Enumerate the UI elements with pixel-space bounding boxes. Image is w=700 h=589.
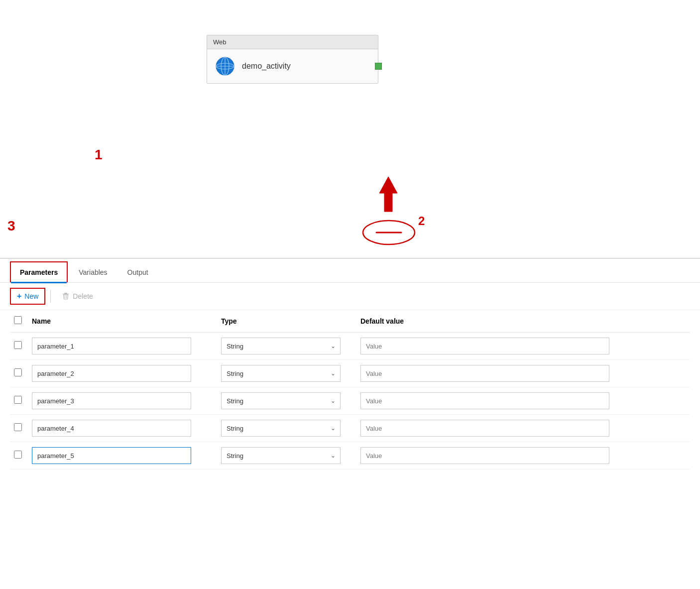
row-3-type-select[interactable]: String Int Float Bool Array Object: [221, 392, 341, 409]
toolbar-divider: [50, 290, 51, 303]
tab-output[interactable]: Output: [118, 262, 157, 282]
row-3-type-cell: String Int Float Bool Array Object ⌄: [221, 392, 360, 409]
trash-icon: [62, 292, 70, 300]
delete-button-label: Delete: [73, 292, 93, 300]
row-5-type-cell: String Int Float Bool Array Object ⌄: [221, 447, 360, 464]
plus-icon: +: [17, 292, 21, 301]
table-row: String Int Float Bool Array Object ⌄: [10, 360, 690, 387]
new-button-label: New: [24, 292, 38, 300]
table-row: String Int Float Bool Array Object ⌄: [10, 333, 690, 360]
svg-rect-8: [64, 293, 67, 294]
row-5-default-input[interactable]: [360, 447, 609, 464]
row-2-name-input[interactable]: [32, 365, 191, 382]
select-all-checkbox[interactable]: [14, 316, 22, 324]
delete-button[interactable]: Delete: [56, 289, 99, 303]
tab-variables[interactable]: Variables: [70, 262, 116, 282]
tab-bar: Parameters Variables Output: [0, 259, 700, 283]
row-4-name-input[interactable]: [32, 420, 191, 437]
row-1-checkbox[interactable]: [14, 341, 22, 349]
table-header: Name Type Default value: [10, 310, 690, 333]
activity-node-header: Web: [207, 35, 378, 49]
toolbar: + New Delete: [0, 283, 700, 310]
row-4-name-cell: [32, 420, 221, 437]
row-1-type-cell: String Int Float Bool Array Object ⌄: [221, 338, 360, 354]
row-2-checkbox-cell: [14, 368, 32, 378]
canvas-divider: [0, 258, 700, 258]
col-name-header: Name: [32, 317, 221, 325]
annotation-3: 3: [7, 218, 15, 234]
activity-node[interactable]: Web demo_activity: [207, 35, 378, 84]
row-5-checkbox[interactable]: [14, 451, 22, 459]
row-2-type-cell: String Int Float Bool Array Object ⌄: [221, 365, 360, 382]
table-row: String Int Float Bool Array Object ⌄: [10, 387, 690, 415]
annotation-1: 1: [95, 147, 103, 163]
row-3-default-input[interactable]: [360, 392, 609, 409]
activity-name: demo_activity: [242, 62, 291, 71]
row-3-default-cell: [360, 392, 686, 409]
activity-status-dot: [375, 63, 382, 70]
row-1-type-select[interactable]: String Int Float Bool Array Object: [221, 338, 341, 354]
row-5-type-select[interactable]: String Int Float Bool Array Object: [221, 447, 341, 464]
header-checkbox-cell: [14, 316, 32, 326]
bottom-panel: Parameters Variables Output + New Delete: [0, 259, 700, 470]
row-2-default-cell: [360, 365, 686, 382]
row-1-default-cell: [360, 338, 686, 354]
row-4-type-select[interactable]: String Int Float Bool Array Object: [221, 420, 341, 437]
row-1-name-cell: [32, 338, 221, 354]
row-5-name-input[interactable]: [32, 447, 191, 464]
col-type-header: Type: [221, 317, 360, 325]
row-2-type-select[interactable]: String Int Float Bool Array Object: [221, 365, 341, 382]
row-4-default-cell: [360, 420, 686, 437]
row-3-checkbox[interactable]: [14, 396, 22, 404]
row-3-checkbox-cell: [14, 396, 32, 406]
annotation-2: 2: [418, 214, 425, 228]
table-row: String Int Float Bool Array Object ⌄: [10, 442, 690, 470]
canvas-area: Web demo_activity 1 3 2: [0, 0, 700, 259]
row-1-name-input[interactable]: [32, 338, 191, 354]
row-4-checkbox-cell: [14, 423, 32, 433]
params-table: Name Type Default value String Int Float…: [0, 310, 700, 470]
minus-circle-annotation: [361, 219, 416, 246]
row-5-default-cell: [360, 447, 686, 464]
svg-rect-9: [63, 294, 69, 295]
row-4-default-input[interactable]: [360, 420, 609, 437]
row-1-checkbox-cell: [14, 341, 32, 351]
tab-parameters[interactable]: Parameters: [10, 261, 68, 282]
row-4-checkbox[interactable]: [14, 423, 22, 431]
globe-icon: [215, 56, 235, 76]
row-2-checkbox[interactable]: [14, 368, 22, 376]
row-5-name-cell: [32, 447, 221, 464]
row-3-name-input[interactable]: [32, 392, 191, 409]
row-3-name-cell: [32, 392, 221, 409]
col-default-header: Default value: [360, 317, 686, 325]
svg-marker-5: [379, 177, 397, 212]
table-row: String Int Float Bool Array Object ⌄: [10, 415, 690, 442]
new-button[interactable]: + New: [10, 288, 45, 305]
row-2-name-cell: [32, 365, 221, 382]
row-2-default-input[interactable]: [360, 365, 609, 382]
arrow-annotation: [368, 174, 408, 219]
row-5-checkbox-cell: [14, 451, 32, 461]
row-4-type-cell: String Int Float Bool Array Object ⌄: [221, 420, 360, 437]
row-1-default-input[interactable]: [360, 338, 609, 354]
